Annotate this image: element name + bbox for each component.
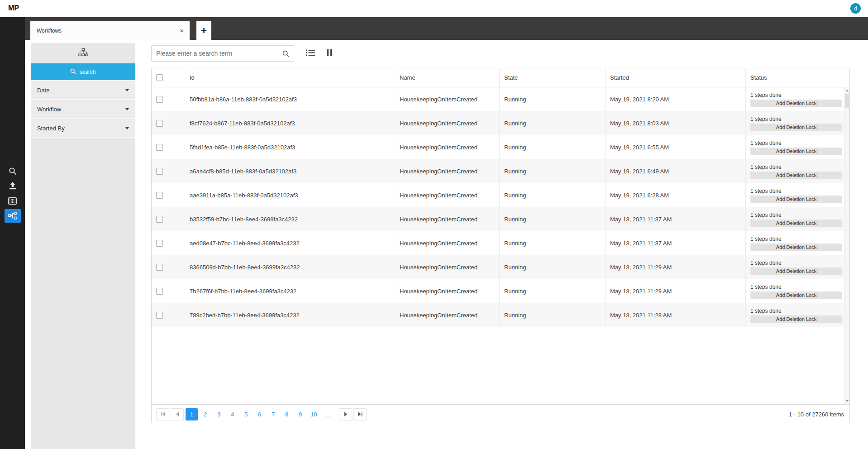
table-row[interactable]: 50fbb81a-b86a-11eb-883f-0a5d32102af3 Hou… [152,87,849,111]
user-avatar[interactable]: d [850,3,861,14]
table-row[interactable]: aae3911a-b85a-11eb-883f-0a5d32102af3 Hou… [152,183,849,207]
pager-page-button[interactable]: 8 [281,408,293,420]
row-checkbox[interactable] [156,192,163,199]
pager-pages: 12345678910 [186,408,321,420]
filter-search-button[interactable]: search [31,63,135,80]
pager-last-button[interactable] [353,408,367,420]
column-header-name[interactable]: Name [395,68,500,87]
add-deletion-lock-button[interactable]: Add Deletion Lock [750,267,842,275]
workflow-state-cell: Running [500,303,606,327]
pager-page-button[interactable]: 10 [308,408,320,420]
workflow-name-cell: HousekeepingOnItemCreated [395,183,500,207]
add-deletion-lock-button[interactable]: Add Deletion Lock [750,220,842,227]
pager-first-button[interactable] [156,408,169,420]
row-select-cell [152,135,185,159]
workflow-id-cell: 8366509d-b7bb-11eb-8ee4-3699fa3c4232 [185,255,395,279]
row-checkbox[interactable] [156,312,163,319]
table-row[interactable]: 7b267f6f-b7bb-11eb-8ee4-3699fa3c4232 Hou… [152,279,849,303]
row-checkbox[interactable] [156,288,163,295]
row-checkbox[interactable] [156,240,163,247]
workflow-name-cell: HousekeepingOnItemCreated [395,279,500,303]
add-deletion-lock-button[interactable]: Add Deletion Lock [750,172,842,179]
row-checkbox[interactable] [156,96,163,103]
rail-film-button[interactable] [0,193,25,208]
rail-search-button[interactable] [0,163,25,178]
top-bar: MP d [0,0,868,17]
workflow-id-cell: aae3911a-b85a-11eb-883f-0a5d32102af3 [185,183,395,207]
table-row[interactable]: b3532f59-b7bc-11eb-8ee4-3699fa3c4232 Hou… [152,207,849,231]
column-header-status[interactable]: Status [746,68,849,87]
steps-done-label: 1 steps done [750,140,842,146]
pager-page-button[interactable]: 7 [267,408,279,420]
filter-section-label: Date [37,87,49,94]
workflow-started-cell: May 18, 2021 11:37 AM [606,231,746,255]
table-row[interactable]: 789c2bed-b7bb-11eb-8ee4-3699fa3c4232 Hou… [152,303,849,327]
column-header-id[interactable]: Id [185,68,395,87]
add-deletion-lock-button[interactable]: Add Deletion Lock [750,124,842,131]
pager: 12345678910 ... [152,404,849,424]
workflow-started-cell: May 18, 2021 11:29 AM [606,279,746,303]
main-column: Workflows × + [25,17,868,449]
workflow-name-cell: HousekeepingOnItemCreated [395,207,500,231]
row-checkbox[interactable] [156,264,163,271]
add-deletion-lock-button[interactable]: Add Deletion Lock [750,148,842,155]
add-deletion-lock-button[interactable]: Add Deletion Lock [750,196,842,203]
hierarchy-view-button[interactable] [31,43,135,63]
column-header-started[interactable]: Started [606,68,746,87]
table-row[interactable]: f8cf7624-b867-11eb-883f-0a5d32102af3 Hou… [152,111,849,135]
filter-section-started-by[interactable]: Started By [31,119,135,138]
pause-button[interactable] [327,49,332,57]
workflow-id-cell: 789c2bed-b7bb-11eb-8ee4-3699fa3c4232 [185,303,395,327]
vertical-scrollbar[interactable] [844,87,849,404]
workflow-icon [5,209,21,223]
table-row[interactable]: aed08e47-b7bc-11eb-8ee4-3699fa3c4232 Hou… [152,231,849,255]
add-deletion-lock-button[interactable]: Add Deletion Lock [750,244,842,251]
list-icon [306,49,315,57]
add-deletion-lock-button[interactable]: Add Deletion Lock [750,100,842,107]
rail-upload-button[interactable] [0,178,25,193]
search-box [151,45,294,62]
workflow-id-cell: aed08e47-b7bc-11eb-8ee4-3699fa3c4232 [185,231,395,255]
filter-section-workflow[interactable]: Workflow [31,100,135,119]
chevron-down-icon [125,108,129,110]
select-all-cell [152,68,185,87]
table-row[interactable]: a6aa4cf8-b85d-11eb-883f-0a5d32102af3 Hou… [152,159,849,183]
table-row[interactable]: 8366509d-b7bb-11eb-8ee4-3699fa3c4232 Hou… [152,255,849,279]
column-header-state[interactable]: State [500,68,606,87]
pager-page-button[interactable]: 3 [213,408,225,420]
scrollbar-thumb[interactable] [845,94,849,108]
table-row[interactable]: 5fad1fea-b85e-11eb-883f-0a5d32102af3 Hou… [152,135,849,159]
workflow-state-cell: Running [500,231,606,255]
add-deletion-lock-button[interactable]: Add Deletion Lock [750,315,842,323]
row-checkbox[interactable] [156,168,163,175]
row-checkbox[interactable] [156,120,163,127]
select-all-checkbox[interactable] [156,74,163,81]
new-tab-button[interactable]: + [196,21,211,40]
search-icon[interactable] [281,50,294,57]
tab-workflows[interactable]: Workflows × [30,21,190,40]
workflow-started-cell: May 19, 2021 8:20 AM [606,87,746,111]
rail-workflow-button[interactable] [0,208,25,223]
tab-close-icon[interactable]: × [174,27,190,34]
list-view-button[interactable] [306,49,315,57]
pager-prev-button[interactable] [171,408,184,420]
pager-page-button[interactable]: 6 [253,408,266,420]
filter-section-date[interactable]: Date [31,81,135,100]
search-input[interactable] [152,46,281,61]
add-deletion-lock-button[interactable]: Add Deletion Lock [750,291,842,299]
pager-more-button[interactable]: ... [322,408,334,420]
workflow-id-cell: 7b267f6f-b7bb-11eb-8ee4-3699fa3c4232 [185,279,395,303]
workflow-state-cell: Running [500,111,606,135]
pager-page-button[interactable]: 5 [240,408,252,420]
pager-page-button[interactable]: 2 [199,408,211,420]
workflow-started-cell: May 19, 2021 6:55 AM [606,135,746,159]
grid-body: 50fbb81a-b86a-11eb-883f-0a5d32102af3 Hou… [152,87,849,404]
row-checkbox[interactable] [156,216,163,223]
row-checkbox[interactable] [156,144,163,151]
scroll-down-arrow[interactable] [844,398,849,404]
pager-page-button[interactable]: 4 [226,408,238,420]
scroll-up-arrow[interactable] [844,88,849,93]
pager-page-button[interactable]: 9 [294,408,306,420]
pager-page-button[interactable]: 1 [186,408,198,420]
pager-next-button[interactable] [339,408,352,420]
